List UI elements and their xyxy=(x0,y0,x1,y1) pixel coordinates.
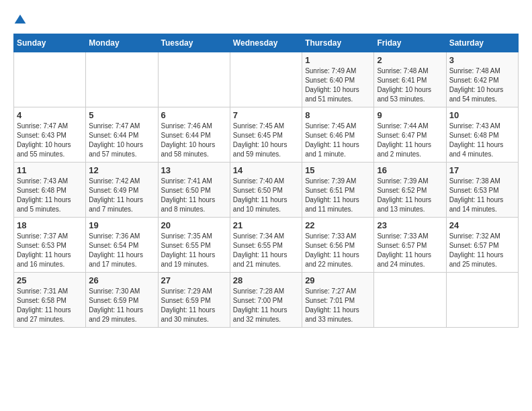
svg-marker-0 xyxy=(15,15,26,24)
day-info: Sunrise: 7:27 AM Sunset: 7:01 PM Dayligh… xyxy=(305,287,371,324)
day-info: Sunrise: 7:29 AM Sunset: 6:59 PM Dayligh… xyxy=(161,287,227,324)
calendar-cell: 28Sunrise: 7:28 AM Sunset: 7:00 PM Dayli… xyxy=(230,273,302,328)
calendar-cell xyxy=(446,273,518,328)
calendar-cell: 19Sunrise: 7:36 AM Sunset: 6:54 PM Dayli… xyxy=(86,218,158,273)
day-info: Sunrise: 7:30 AM Sunset: 6:59 PM Dayligh… xyxy=(89,287,154,324)
day-number: 1 xyxy=(305,55,371,65)
day-number: 15 xyxy=(305,165,371,175)
day-info: Sunrise: 7:47 AM Sunset: 6:43 PM Dayligh… xyxy=(17,122,83,159)
calendar-cell xyxy=(158,52,230,107)
day-info: Sunrise: 7:45 AM Sunset: 6:45 PM Dayligh… xyxy=(233,122,299,159)
header-day-tuesday: Tuesday xyxy=(158,34,230,52)
calendar-cell: 10Sunrise: 7:43 AM Sunset: 6:48 PM Dayli… xyxy=(446,107,518,163)
calendar-week-3: 11Sunrise: 7:43 AM Sunset: 6:48 PM Dayli… xyxy=(14,163,519,218)
header xyxy=(13,13,519,27)
calendar-cell: 4Sunrise: 7:47 AM Sunset: 6:43 PM Daylig… xyxy=(14,107,86,163)
day-info: Sunrise: 7:35 AM Sunset: 6:55 PM Dayligh… xyxy=(161,232,227,269)
day-number: 18 xyxy=(17,220,83,230)
calendar-week-2: 4Sunrise: 7:47 AM Sunset: 6:43 PM Daylig… xyxy=(14,107,519,163)
day-number: 23 xyxy=(377,220,443,230)
day-number: 22 xyxy=(305,220,371,230)
day-number: 14 xyxy=(233,165,299,175)
day-number: 20 xyxy=(161,220,227,230)
day-number: 4 xyxy=(17,110,83,120)
calendar-cell: 6Sunrise: 7:46 AM Sunset: 6:44 PM Daylig… xyxy=(158,107,230,163)
calendar-header-row: SundayMondayTuesdayWednesdayThursdayFrid… xyxy=(14,34,519,52)
day-number: 16 xyxy=(377,165,443,175)
day-number: 7 xyxy=(233,110,299,120)
day-number: 13 xyxy=(161,165,227,175)
calendar-week-4: 18Sunrise: 7:37 AM Sunset: 6:53 PM Dayli… xyxy=(14,218,519,273)
calendar-cell xyxy=(374,273,446,328)
calendar-cell: 18Sunrise: 7:37 AM Sunset: 6:53 PM Dayli… xyxy=(14,218,86,273)
day-info: Sunrise: 7:33 AM Sunset: 6:56 PM Dayligh… xyxy=(305,232,371,269)
calendar-cell: 14Sunrise: 7:40 AM Sunset: 6:50 PM Dayli… xyxy=(230,163,302,218)
day-number: 12 xyxy=(89,165,154,175)
calendar-cell: 13Sunrise: 7:41 AM Sunset: 6:50 PM Dayli… xyxy=(158,163,230,218)
day-info: Sunrise: 7:48 AM Sunset: 6:42 PM Dayligh… xyxy=(449,66,515,104)
day-number: 5 xyxy=(89,110,154,120)
day-info: Sunrise: 7:43 AM Sunset: 6:48 PM Dayligh… xyxy=(17,177,83,214)
calendar-table: SundayMondayTuesdayWednesdayThursdayFrid… xyxy=(13,34,519,328)
day-info: Sunrise: 7:33 AM Sunset: 6:57 PM Dayligh… xyxy=(377,232,443,269)
calendar-cell: 27Sunrise: 7:29 AM Sunset: 6:59 PM Dayli… xyxy=(158,273,230,328)
day-info: Sunrise: 7:42 AM Sunset: 6:49 PM Dayligh… xyxy=(89,177,154,214)
day-info: Sunrise: 7:40 AM Sunset: 6:50 PM Dayligh… xyxy=(233,177,299,214)
day-number: 27 xyxy=(161,275,227,285)
calendar-cell: 15Sunrise: 7:39 AM Sunset: 6:51 PM Dayli… xyxy=(302,163,374,218)
calendar-cell: 23Sunrise: 7:33 AM Sunset: 6:57 PM Dayli… xyxy=(374,218,446,273)
calendar-cell: 16Sunrise: 7:39 AM Sunset: 6:52 PM Dayli… xyxy=(374,163,446,218)
day-number: 2 xyxy=(377,55,443,65)
day-number: 17 xyxy=(449,165,515,175)
day-number: 10 xyxy=(449,110,515,120)
calendar-cell xyxy=(14,52,86,107)
calendar-cell: 25Sunrise: 7:31 AM Sunset: 6:58 PM Dayli… xyxy=(14,273,86,328)
day-info: Sunrise: 7:34 AM Sunset: 6:55 PM Dayligh… xyxy=(233,232,299,269)
calendar-cell: 22Sunrise: 7:33 AM Sunset: 6:56 PM Dayli… xyxy=(302,218,374,273)
header-day-sunday: Sunday xyxy=(14,34,86,52)
day-info: Sunrise: 7:48 AM Sunset: 6:41 PM Dayligh… xyxy=(377,66,443,104)
calendar-cell: 12Sunrise: 7:42 AM Sunset: 6:49 PM Dayli… xyxy=(86,163,158,218)
day-info: Sunrise: 7:46 AM Sunset: 6:44 PM Dayligh… xyxy=(161,122,227,159)
calendar-cell: 24Sunrise: 7:32 AM Sunset: 6:57 PM Dayli… xyxy=(446,218,518,273)
calendar-cell: 1Sunrise: 7:49 AM Sunset: 6:40 PM Daylig… xyxy=(302,52,374,107)
calendar-week-1: 1Sunrise: 7:49 AM Sunset: 6:40 PM Daylig… xyxy=(14,52,519,107)
day-info: Sunrise: 7:38 AM Sunset: 6:53 PM Dayligh… xyxy=(449,177,515,214)
day-info: Sunrise: 7:39 AM Sunset: 6:51 PM Dayligh… xyxy=(305,177,371,214)
day-info: Sunrise: 7:28 AM Sunset: 7:00 PM Dayligh… xyxy=(233,287,299,324)
day-info: Sunrise: 7:31 AM Sunset: 6:58 PM Dayligh… xyxy=(17,287,83,324)
day-info: Sunrise: 7:49 AM Sunset: 6:40 PM Dayligh… xyxy=(305,66,371,104)
header-day-friday: Friday xyxy=(374,34,446,52)
calendar-cell: 9Sunrise: 7:44 AM Sunset: 6:47 PM Daylig… xyxy=(374,107,446,163)
day-number: 8 xyxy=(305,110,371,120)
day-number: 9 xyxy=(377,110,443,120)
logo-icon xyxy=(13,13,27,27)
day-number: 19 xyxy=(89,220,154,230)
day-number: 3 xyxy=(449,55,515,65)
day-info: Sunrise: 7:37 AM Sunset: 6:53 PM Dayligh… xyxy=(17,232,83,269)
calendar-cell: 26Sunrise: 7:30 AM Sunset: 6:59 PM Dayli… xyxy=(86,273,158,328)
day-number: 24 xyxy=(449,220,515,230)
logo xyxy=(13,13,30,27)
day-info: Sunrise: 7:44 AM Sunset: 6:47 PM Dayligh… xyxy=(377,122,443,159)
day-number: 6 xyxy=(161,110,227,120)
calendar-week-5: 25Sunrise: 7:31 AM Sunset: 6:58 PM Dayli… xyxy=(14,273,519,328)
calendar-cell: 8Sunrise: 7:45 AM Sunset: 6:46 PM Daylig… xyxy=(302,107,374,163)
header-day-thursday: Thursday xyxy=(302,34,374,52)
calendar-cell: 11Sunrise: 7:43 AM Sunset: 6:48 PM Dayli… xyxy=(14,163,86,218)
calendar-cell: 20Sunrise: 7:35 AM Sunset: 6:55 PM Dayli… xyxy=(158,218,230,273)
calendar-cell: 5Sunrise: 7:47 AM Sunset: 6:44 PM Daylig… xyxy=(86,107,158,163)
day-info: Sunrise: 7:41 AM Sunset: 6:50 PM Dayligh… xyxy=(161,177,227,214)
day-info: Sunrise: 7:39 AM Sunset: 6:52 PM Dayligh… xyxy=(377,177,443,214)
day-info: Sunrise: 7:43 AM Sunset: 6:48 PM Dayligh… xyxy=(449,122,515,159)
calendar-cell xyxy=(230,52,302,107)
day-number: 26 xyxy=(89,275,154,285)
calendar-cell: 21Sunrise: 7:34 AM Sunset: 6:55 PM Dayli… xyxy=(230,218,302,273)
header-day-saturday: Saturday xyxy=(446,34,518,52)
day-number: 25 xyxy=(17,275,83,285)
header-day-monday: Monday xyxy=(86,34,158,52)
header-day-wednesday: Wednesday xyxy=(230,34,302,52)
day-info: Sunrise: 7:45 AM Sunset: 6:46 PM Dayligh… xyxy=(305,122,371,159)
calendar-cell: 29Sunrise: 7:27 AM Sunset: 7:01 PM Dayli… xyxy=(302,273,374,328)
day-info: Sunrise: 7:36 AM Sunset: 6:54 PM Dayligh… xyxy=(89,232,154,269)
